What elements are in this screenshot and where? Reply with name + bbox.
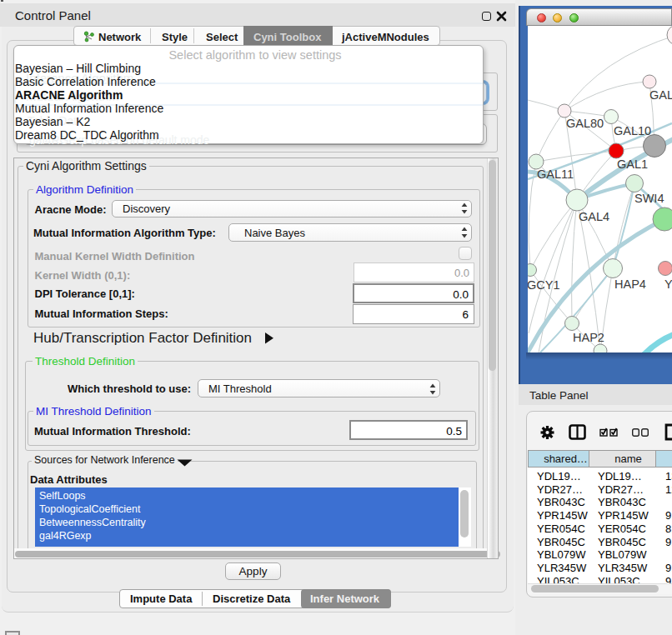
svg-text:GAL1: GAL1 — [617, 158, 648, 171]
svg-text:SWI4: SWI4 — [634, 192, 664, 205]
svg-text:HAP2: HAP2 — [573, 331, 604, 344]
svg-text:GAL4: GAL4 — [579, 210, 609, 223]
svg-text:GAL10: GAL10 — [614, 124, 651, 138]
svg-text:YM: YM — [664, 278, 672, 291]
svg-text:HAP4: HAP4 — [614, 278, 646, 291]
svg-text:GAL11: GAL11 — [537, 168, 574, 181]
svg-text:GCY1: GCY1 — [528, 278, 560, 292]
svg-text:GAL80: GAL80 — [566, 117, 604, 130]
svg-text:GAL7: GAL7 — [649, 88, 672, 102]
